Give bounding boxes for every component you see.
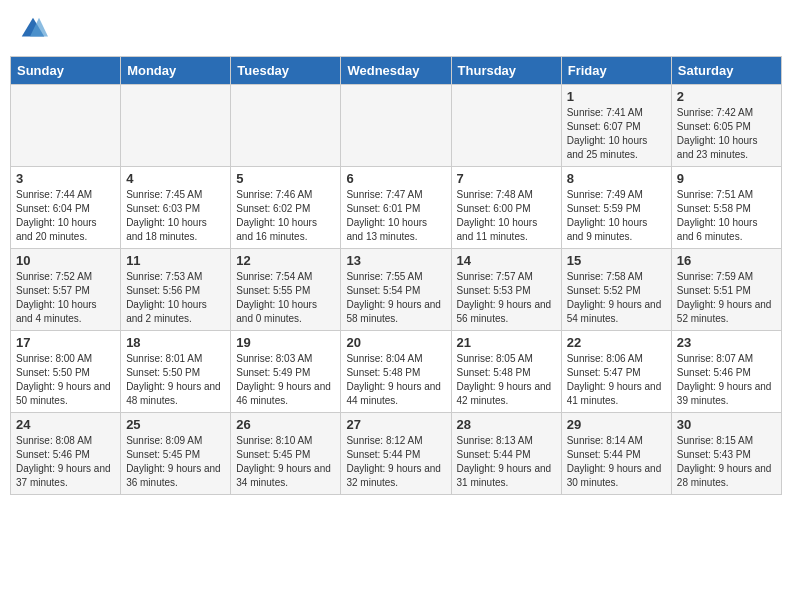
calendar-cell: 6Sunrise: 7:47 AM Sunset: 6:01 PM Daylig… [341,167,451,249]
calendar-cell: 18Sunrise: 8:01 AM Sunset: 5:50 PM Dayli… [121,331,231,413]
calendar-cell: 12Sunrise: 7:54 AM Sunset: 5:55 PM Dayli… [231,249,341,331]
calendar-week-row: 10Sunrise: 7:52 AM Sunset: 5:57 PM Dayli… [11,249,782,331]
calendar-cell: 8Sunrise: 7:49 AM Sunset: 5:59 PM Daylig… [561,167,671,249]
calendar-cell: 28Sunrise: 8:13 AM Sunset: 5:44 PM Dayli… [451,413,561,495]
day-number: 20 [346,335,445,350]
calendar-week-row: 24Sunrise: 8:08 AM Sunset: 5:46 PM Dayli… [11,413,782,495]
day-info: Sunrise: 8:04 AM Sunset: 5:48 PM Dayligh… [346,352,445,408]
day-number: 2 [677,89,776,104]
calendar-cell: 20Sunrise: 8:04 AM Sunset: 5:48 PM Dayli… [341,331,451,413]
day-info: Sunrise: 8:12 AM Sunset: 5:44 PM Dayligh… [346,434,445,490]
column-header-thursday: Thursday [451,57,561,85]
day-info: Sunrise: 8:01 AM Sunset: 5:50 PM Dayligh… [126,352,225,408]
day-number: 15 [567,253,666,268]
day-number: 23 [677,335,776,350]
logo [18,14,52,44]
day-number: 8 [567,171,666,186]
day-number: 4 [126,171,225,186]
calendar-cell: 14Sunrise: 7:57 AM Sunset: 5:53 PM Dayli… [451,249,561,331]
day-info: Sunrise: 7:46 AM Sunset: 6:02 PM Dayligh… [236,188,335,244]
day-info: Sunrise: 7:58 AM Sunset: 5:52 PM Dayligh… [567,270,666,326]
day-info: Sunrise: 8:15 AM Sunset: 5:43 PM Dayligh… [677,434,776,490]
logo-icon [18,14,48,44]
day-number: 19 [236,335,335,350]
day-info: Sunrise: 8:06 AM Sunset: 5:47 PM Dayligh… [567,352,666,408]
day-info: Sunrise: 7:41 AM Sunset: 6:07 PM Dayligh… [567,106,666,162]
calendar-cell: 15Sunrise: 7:58 AM Sunset: 5:52 PM Dayli… [561,249,671,331]
day-info: Sunrise: 7:42 AM Sunset: 6:05 PM Dayligh… [677,106,776,162]
day-number: 25 [126,417,225,432]
day-number: 11 [126,253,225,268]
day-info: Sunrise: 8:00 AM Sunset: 5:50 PM Dayligh… [16,352,115,408]
column-header-wednesday: Wednesday [341,57,451,85]
calendar-cell: 7Sunrise: 7:48 AM Sunset: 6:00 PM Daylig… [451,167,561,249]
day-info: Sunrise: 8:13 AM Sunset: 5:44 PM Dayligh… [457,434,556,490]
calendar-cell: 29Sunrise: 8:14 AM Sunset: 5:44 PM Dayli… [561,413,671,495]
day-number: 29 [567,417,666,432]
day-number: 3 [16,171,115,186]
calendar-header-row: SundayMondayTuesdayWednesdayThursdayFrid… [11,57,782,85]
calendar-cell [451,85,561,167]
calendar-cell: 4Sunrise: 7:45 AM Sunset: 6:03 PM Daylig… [121,167,231,249]
calendar-cell: 9Sunrise: 7:51 AM Sunset: 5:58 PM Daylig… [671,167,781,249]
day-number: 6 [346,171,445,186]
day-info: Sunrise: 7:54 AM Sunset: 5:55 PM Dayligh… [236,270,335,326]
calendar-cell: 22Sunrise: 8:06 AM Sunset: 5:47 PM Dayli… [561,331,671,413]
calendar-cell: 1Sunrise: 7:41 AM Sunset: 6:07 PM Daylig… [561,85,671,167]
calendar-cell: 30Sunrise: 8:15 AM Sunset: 5:43 PM Dayli… [671,413,781,495]
day-info: Sunrise: 7:47 AM Sunset: 6:01 PM Dayligh… [346,188,445,244]
day-number: 26 [236,417,335,432]
day-number: 10 [16,253,115,268]
calendar-cell [341,85,451,167]
calendar-cell: 13Sunrise: 7:55 AM Sunset: 5:54 PM Dayli… [341,249,451,331]
column-header-sunday: Sunday [11,57,121,85]
day-number: 28 [457,417,556,432]
calendar-cell: 25Sunrise: 8:09 AM Sunset: 5:45 PM Dayli… [121,413,231,495]
calendar-cell: 19Sunrise: 8:03 AM Sunset: 5:49 PM Dayli… [231,331,341,413]
calendar-cell: 2Sunrise: 7:42 AM Sunset: 6:05 PM Daylig… [671,85,781,167]
calendar-cell [11,85,121,167]
day-info: Sunrise: 8:05 AM Sunset: 5:48 PM Dayligh… [457,352,556,408]
column-header-tuesday: Tuesday [231,57,341,85]
calendar-cell [231,85,341,167]
day-number: 14 [457,253,556,268]
day-number: 1 [567,89,666,104]
calendar-cell: 26Sunrise: 8:10 AM Sunset: 5:45 PM Dayli… [231,413,341,495]
day-number: 21 [457,335,556,350]
page-header [10,10,782,48]
day-number: 17 [16,335,115,350]
day-info: Sunrise: 7:49 AM Sunset: 5:59 PM Dayligh… [567,188,666,244]
day-info: Sunrise: 7:45 AM Sunset: 6:03 PM Dayligh… [126,188,225,244]
day-number: 12 [236,253,335,268]
day-info: Sunrise: 8:14 AM Sunset: 5:44 PM Dayligh… [567,434,666,490]
calendar-cell: 27Sunrise: 8:12 AM Sunset: 5:44 PM Dayli… [341,413,451,495]
calendar-cell: 17Sunrise: 8:00 AM Sunset: 5:50 PM Dayli… [11,331,121,413]
day-number: 5 [236,171,335,186]
calendar-cell: 10Sunrise: 7:52 AM Sunset: 5:57 PM Dayli… [11,249,121,331]
calendar-table: SundayMondayTuesdayWednesdayThursdayFrid… [10,56,782,495]
day-number: 16 [677,253,776,268]
calendar-week-row: 17Sunrise: 8:00 AM Sunset: 5:50 PM Dayli… [11,331,782,413]
day-number: 27 [346,417,445,432]
column-header-monday: Monday [121,57,231,85]
day-info: Sunrise: 8:08 AM Sunset: 5:46 PM Dayligh… [16,434,115,490]
day-info: Sunrise: 7:57 AM Sunset: 5:53 PM Dayligh… [457,270,556,326]
day-number: 24 [16,417,115,432]
calendar-cell: 16Sunrise: 7:59 AM Sunset: 5:51 PM Dayli… [671,249,781,331]
day-info: Sunrise: 8:03 AM Sunset: 5:49 PM Dayligh… [236,352,335,408]
day-info: Sunrise: 7:53 AM Sunset: 5:56 PM Dayligh… [126,270,225,326]
day-info: Sunrise: 7:51 AM Sunset: 5:58 PM Dayligh… [677,188,776,244]
day-number: 30 [677,417,776,432]
day-info: Sunrise: 7:48 AM Sunset: 6:00 PM Dayligh… [457,188,556,244]
calendar-cell: 11Sunrise: 7:53 AM Sunset: 5:56 PM Dayli… [121,249,231,331]
day-number: 18 [126,335,225,350]
day-info: Sunrise: 7:59 AM Sunset: 5:51 PM Dayligh… [677,270,776,326]
calendar-week-row: 3Sunrise: 7:44 AM Sunset: 6:04 PM Daylig… [11,167,782,249]
day-info: Sunrise: 7:44 AM Sunset: 6:04 PM Dayligh… [16,188,115,244]
day-info: Sunrise: 7:55 AM Sunset: 5:54 PM Dayligh… [346,270,445,326]
day-info: Sunrise: 7:52 AM Sunset: 5:57 PM Dayligh… [16,270,115,326]
calendar-cell: 3Sunrise: 7:44 AM Sunset: 6:04 PM Daylig… [11,167,121,249]
day-info: Sunrise: 8:09 AM Sunset: 5:45 PM Dayligh… [126,434,225,490]
calendar-week-row: 1Sunrise: 7:41 AM Sunset: 6:07 PM Daylig… [11,85,782,167]
calendar-cell [121,85,231,167]
